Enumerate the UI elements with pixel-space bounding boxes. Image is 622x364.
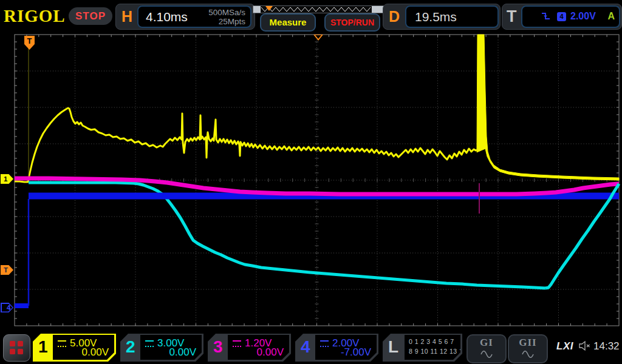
channel3-inner: 1.20V 0.00V xyxy=(228,335,289,360)
channel1-offset: 0.00V xyxy=(82,346,109,359)
channel2-number: 2 xyxy=(126,337,135,357)
delay-label: D xyxy=(389,8,400,25)
delay-widget[interactable]: D 19.5ms xyxy=(383,4,501,30)
horizontal-widget[interactable]: H 4.10ms 500MSa/s 25Mpts xyxy=(115,4,255,30)
generator2-label: GII xyxy=(509,337,547,349)
delay-inner-box: 19.5ms xyxy=(405,5,499,28)
memory-position-scrollbar[interactable] xyxy=(253,5,386,13)
delay-value: 19.5ms xyxy=(415,10,457,24)
generator1-label: GI xyxy=(468,337,505,349)
channel2-widget[interactable]: 2 3.00V 0.00V xyxy=(120,334,203,362)
trigger-label: T xyxy=(507,7,517,26)
channel4-inner: 2.00V -7.00V xyxy=(315,335,377,360)
menu-button[interactable] xyxy=(3,334,30,362)
clock: 14:32 xyxy=(593,340,620,352)
horizontal-inner-box: 4.10ms 500MSa/s 25Mpts xyxy=(137,5,251,28)
channel3-offset: 0.00V xyxy=(257,346,284,359)
acquisition-info: 500MSa/s 25Mpts xyxy=(208,8,245,26)
generator1-button[interactable]: GI xyxy=(466,334,507,363)
channel4-widget[interactable]: 4 2.00V -7.00V xyxy=(295,334,378,362)
channel3-widget[interactable]: 3 1.20V 0.00V xyxy=(208,334,291,362)
stop-run-button[interactable]: STOP/RUN xyxy=(324,13,380,32)
lxi-status: LXI xyxy=(556,340,573,352)
rigol-logo: RIGOL xyxy=(4,6,66,26)
channel3-number: 3 xyxy=(213,337,223,357)
timebase-value: 4.10ms xyxy=(146,10,188,24)
channel4-number: 4 xyxy=(301,337,310,357)
sample-rate: 500MSa/s xyxy=(208,8,245,17)
falling-edge-icon xyxy=(541,12,551,21)
logic-channels-row1: 0 1 2 3 4 5 6 7 xyxy=(409,338,454,345)
trigger-source-chip: 4 xyxy=(557,12,566,21)
logic-inner: 0 1 2 3 4 5 6 7 8 9 10 11 12 13 14 15 xyxy=(405,335,460,360)
memory-depth: 25Mpts xyxy=(208,17,245,26)
trigger-sweep-mode: A xyxy=(607,11,615,22)
logic-label: L xyxy=(388,337,398,357)
logic-analyzer-widget[interactable]: L 0 1 2 3 4 5 6 7 8 9 10 11 12 13 14 15 xyxy=(383,334,462,362)
sine-wave-icon xyxy=(521,350,535,359)
speaker-muted-icon xyxy=(578,340,592,352)
scrollbar-waveform-icon xyxy=(261,6,371,13)
trigger-level-value: 2.00V xyxy=(570,11,596,22)
channel2-inner: 3.00V 0.00V xyxy=(140,335,202,360)
channel2-offset: 0.00V xyxy=(169,346,196,359)
trigger-inner-box: 4 2.00V A xyxy=(521,5,620,28)
run-state-badge[interactable]: STOP xyxy=(69,7,112,25)
horizontal-label: H xyxy=(121,8,132,25)
measure-button[interactable]: Measure xyxy=(260,13,316,32)
channel4-offset: -7.00V xyxy=(341,346,371,359)
channel2-dc-coupling-icon xyxy=(145,340,154,347)
channel4-dc-coupling-icon xyxy=(320,340,329,347)
channel1-widget[interactable]: 1 5.00V 0.00V xyxy=(33,334,116,362)
channel1-inner: 5.00V 0.00V xyxy=(53,335,114,360)
channel1-number: 1 xyxy=(38,337,48,357)
scrollbar-left-cap xyxy=(253,6,261,13)
generator2-button[interactable]: GII xyxy=(508,334,548,363)
channel1-dc-coupling-icon xyxy=(58,340,66,347)
menu-grid-icon xyxy=(10,341,24,355)
oscilloscope-screen: 1 T 4 T RIGOL STOP H 4.10ms 500MSa/s 25M… xyxy=(0,0,622,364)
trigger-widget[interactable]: T 4 2.00V A xyxy=(502,4,622,30)
sine-wave-icon xyxy=(480,350,493,359)
channel3-dc-coupling-icon xyxy=(233,340,241,347)
waveform-display xyxy=(0,0,622,364)
